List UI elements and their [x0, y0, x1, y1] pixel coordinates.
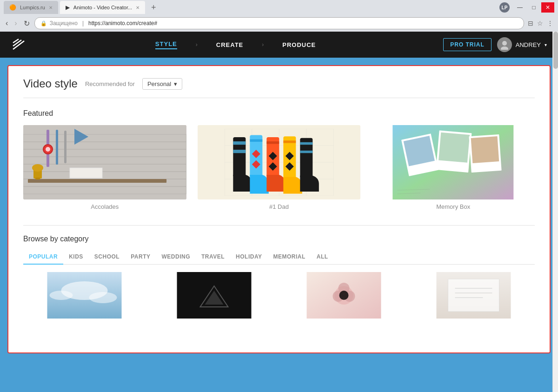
svg-rect-38: [233, 150, 246, 153]
address-input[interactable]: 🔒 Защищено | https://animoto.com/create#: [34, 17, 524, 29]
svg-point-3: [502, 41, 507, 46]
memory-thumb: [372, 125, 535, 199]
browser-user-icon: LP: [499, 2, 510, 13]
user-section[interactable]: ANDREY ▾: [497, 37, 547, 52]
svg-rect-52: [300, 142, 312, 145]
cat-tab-kids[interactable]: KIDS: [63, 250, 89, 265]
svg-rect-40: [250, 140, 262, 142]
dropdown-value: Personal: [147, 80, 171, 87]
pro-trial-button[interactable]: PRO TRIAL: [443, 38, 492, 51]
svg-rect-60: [471, 136, 499, 163]
forward-button[interactable]: ›: [13, 18, 19, 28]
tab-animoto[interactable]: ▶ Animoto - Video Creator... ✕: [60, 1, 145, 14]
browser-toolbar: ⊟ ☆ ⋮: [527, 19, 554, 28]
tab-lumpics[interactable]: 🟠 Lumpics.ru ✕: [4, 1, 58, 14]
back-button[interactable]: ‹: [4, 18, 10, 28]
security-icon: 🔒: [40, 20, 47, 27]
cat-tab-memorial[interactable]: MEMORIAL: [267, 250, 311, 265]
tab-lumpics-label: Lumpics.ru: [20, 5, 45, 10]
user-name: ANDREY: [516, 41, 541, 48]
content-card: Video style Recommended for Personal ▾ F…: [7, 65, 551, 353]
header-nav: STYLE › CREATE › PRODUCE: [28, 40, 443, 49]
cat-tab-wedding[interactable]: WEDDING: [156, 250, 196, 265]
tab-lumpics-close[interactable]: ✕: [49, 5, 53, 10]
minimize-button[interactable]: —: [513, 2, 526, 13]
preview-card-3[interactable]: [283, 272, 405, 319]
translate-icon[interactable]: ⊟: [527, 19, 534, 28]
close-button[interactable]: ✕: [541, 2, 554, 13]
svg-rect-53: [300, 151, 312, 153]
style-card-dad[interactable]: #1 Dad: [198, 125, 361, 210]
svg-point-66: [50, 291, 73, 300]
nav-step-create-label: CREATE: [216, 41, 243, 48]
cat-tab-party[interactable]: PARTY: [125, 250, 156, 265]
browser-user-initial: LP: [502, 5, 508, 10]
nav-step-produce[interactable]: PRODUCE: [282, 41, 316, 48]
refresh-button[interactable]: ↻: [22, 18, 32, 29]
nav-arrow-1: ›: [196, 41, 198, 48]
svg-rect-44: [266, 141, 279, 144]
nav-arrow-2: ›: [262, 41, 264, 48]
cat-tab-popular[interactable]: POPULAR: [23, 250, 63, 265]
tab-strip: 🟠 Lumpics.ru ✕ ▶ Animoto - Video Creator…: [4, 1, 499, 14]
svg-rect-17: [64, 131, 66, 163]
browse-section-title: Browse by category: [23, 235, 535, 243]
preview-card-4[interactable]: [412, 272, 535, 319]
svg-point-19: [46, 147, 50, 152]
menu-icon[interactable]: ⋮: [546, 19, 554, 28]
nav-step-style[interactable]: STYLE: [155, 40, 177, 49]
svg-rect-14: [28, 179, 166, 183]
main-content: Video style Recommended for Personal ▾ F…: [0, 58, 558, 361]
svg-rect-16: [56, 130, 58, 165]
svg-rect-21: [70, 168, 102, 178]
bookmark-icon[interactable]: ☆: [536, 19, 544, 28]
cat-tab-all[interactable]: ALL: [311, 250, 334, 265]
nav-step-create[interactable]: CREATE: [216, 41, 243, 48]
svg-rect-56: [404, 136, 435, 166]
user-avatar: [497, 37, 512, 52]
cat-tab-school[interactable]: SCHOOL: [89, 250, 125, 265]
browser-chrome: 🟠 Lumpics.ru ✕ ▶ Animoto - Video Creator…: [0, 0, 558, 32]
cat-tab-holiday[interactable]: HOLIDAY: [230, 250, 267, 265]
recommended-label: Recommended for: [85, 80, 135, 87]
dropdown-chevron-icon: ▾: [174, 80, 177, 87]
category-tabs: POPULAR KIDS SCHOOL PARTY WEDDING TRAVEL…: [23, 250, 535, 265]
app-header: STYLE › CREATE › PRODUCE PRO TRIAL ANDRE…: [0, 32, 558, 58]
security-text: Защищено: [50, 20, 78, 27]
nav-step-style-label: STYLE: [155, 40, 177, 49]
header-right: PRO TRIAL ANDREY ▾: [443, 37, 547, 52]
app-logo[interactable]: [11, 36, 28, 53]
svg-point-4: [501, 47, 508, 50]
logo-icon: [11, 36, 28, 53]
scrollbar-thumb[interactable]: [553, 32, 558, 69]
svg-rect-37: [233, 141, 246, 145]
svg-point-65: [89, 292, 117, 303]
page-title: Video style: [23, 77, 78, 90]
nav-step-produce-label: PRODUCE: [282, 41, 316, 48]
svg-rect-77: [448, 279, 499, 312]
preview-card-1[interactable]: [23, 272, 146, 319]
title-bar: 🟠 Lumpics.ru ✕ ▶ Animoto - Video Creator…: [0, 0, 558, 15]
user-chevron-icon: ▾: [545, 42, 547, 47]
svg-rect-24: [35, 178, 40, 179]
style-card-memory[interactable]: Memory Box: [372, 125, 535, 210]
address-bar: ‹ › ↻ 🔒 Защищено | https://animoto.com/c…: [0, 15, 558, 32]
memory-name: Memory Box: [372, 203, 535, 210]
cat-tab-travel[interactable]: TRAVEL: [196, 250, 230, 265]
dad-thumb: [198, 125, 361, 199]
new-tab-button[interactable]: +: [147, 1, 160, 14]
featured-section-title: Featured: [23, 109, 535, 118]
recommended-dropdown[interactable]: Personal ▾: [142, 78, 182, 90]
dad-name: #1 Dad: [198, 203, 361, 210]
tab-animoto-label: Animoto - Video Creator...: [73, 5, 132, 10]
svg-line-1: [13, 40, 21, 46]
tab-animoto-close[interactable]: ✕: [136, 5, 140, 10]
section-divider: [23, 225, 535, 226]
svg-point-75: [339, 291, 349, 300]
style-card-accolades[interactable]: Accolades: [23, 125, 186, 210]
page-title-row: Video style Recommended for Personal ▾: [23, 77, 535, 98]
maximize-button[interactable]: □: [527, 2, 540, 13]
preview-card-2[interactable]: [153, 272, 275, 319]
scrollbar-track: [552, 32, 558, 392]
svg-rect-58: [438, 133, 470, 163]
